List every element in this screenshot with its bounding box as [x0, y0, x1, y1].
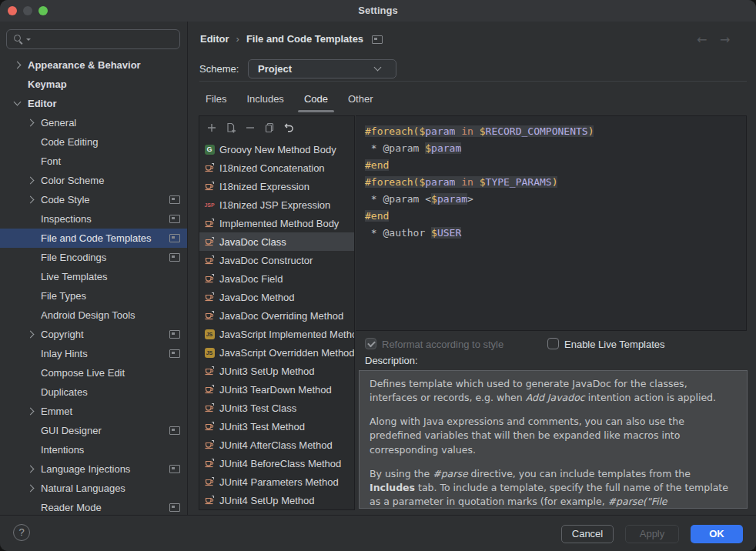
chevron-right-icon[interactable] — [25, 406, 35, 416]
template-item-javadoc-constructor[interactable]: JavaDoc Constructor — [199, 251, 354, 269]
create-child-template-button[interactable] — [221, 118, 240, 137]
forward-icon[interactable]: → — [720, 32, 730, 47]
sidebar-item-label: Emmet — [41, 406, 187, 417]
sidebar-item-font[interactable]: Font — [0, 152, 187, 171]
java-template-icon — [204, 236, 215, 247]
scheme-select[interactable]: Project — [248, 59, 396, 78]
tab-files[interactable]: Files — [196, 88, 236, 112]
sidebar-item-natural-languages[interactable]: Natural Languages — [0, 479, 187, 498]
template-item-label: JavaDoc Method — [219, 292, 295, 303]
sidebar-item-live-templates[interactable]: Live Templates — [0, 267, 187, 286]
chevron-right-icon[interactable] — [25, 483, 35, 493]
sidebar-item-label: File Types — [41, 290, 187, 302]
search-input[interactable] — [31, 33, 179, 46]
template-item-junit4-afterclass-method[interactable]: JUnit4 AfterClass Method — [199, 436, 354, 454]
sidebar-item-label: Code Editing — [41, 136, 187, 148]
template-item-javadoc-field[interactable]: JavaDoc Field — [199, 269, 354, 288]
sidebar-item-label: Inlay Hints — [41, 348, 169, 359]
back-icon[interactable]: ← — [697, 32, 707, 47]
template-item-groovy-new-method-body[interactable]: GGroovy New Method Body — [199, 140, 354, 159]
sidebar-item-compose-live-edit[interactable]: Compose Live Edit — [0, 363, 187, 382]
template-item-label: Implemented Method Body — [219, 218, 339, 229]
chevron-right-icon[interactable] — [25, 329, 35, 339]
template-item-junit4-beforeclass-method[interactable]: JUnit4 BeforeClass Method — [199, 454, 354, 473]
reset-to-default-button[interactable] — [279, 118, 298, 137]
chevron-right-icon[interactable] — [25, 118, 35, 128]
sidebar-item-general[interactable]: General — [0, 113, 187, 132]
settings-content: Editor › File and Code Templates ← → Sch… — [188, 22, 756, 516]
settings-search-field[interactable] — [6, 29, 180, 49]
sidebar-item-inspections[interactable]: Inspections — [0, 209, 187, 229]
tab-includes[interactable]: Includes — [236, 88, 293, 112]
sidebar-item-inlay-hints[interactable]: Inlay Hints — [0, 344, 187, 363]
sidebar-item-duplicates[interactable]: Duplicates — [0, 382, 187, 402]
sidebar-item-label: Copyright — [41, 329, 169, 340]
settings-sidebar: Appearance & BehaviorKeymapEditorGeneral… — [0, 22, 188, 516]
template-item-i18nized-expression[interactable]: I18nized Expression — [199, 177, 354, 195]
sidebar-item-copyright[interactable]: Copyright — [0, 325, 187, 344]
reformat-checkbox[interactable] — [365, 338, 376, 349]
per-project-settings-icon — [169, 465, 180, 473]
template-item-junit3-teardown-method[interactable]: JUnit3 TearDown Method — [199, 380, 354, 399]
ok-button[interactable]: OK — [691, 525, 743, 543]
template-item-javadoc-class[interactable]: JavaDoc Class — [199, 232, 354, 251]
sidebar-item-label: Language Injections — [41, 463, 169, 475]
template-item-implemented-method-body[interactable]: Implemented Method Body — [199, 214, 354, 232]
sidebar-item-reader-mode[interactable]: Reader Mode — [0, 498, 187, 516]
template-item-junit3-setup-method[interactable]: JUnit3 SetUp Method — [199, 362, 354, 380]
sidebar-item-file-and-code-templates[interactable]: File and Code Templates — [0, 229, 187, 248]
chevron-spacer — [25, 310, 35, 320]
sidebar-item-file-encodings[interactable]: File Encodings — [0, 248, 187, 267]
remove-button[interactable] — [240, 118, 259, 137]
tab-code[interactable]: Code — [294, 88, 338, 112]
tab-other[interactable]: Other — [338, 88, 383, 112]
sidebar-item-color-scheme[interactable]: Color Scheme — [0, 171, 187, 190]
sidebar-item-keymap[interactable]: Keymap — [0, 75, 187, 94]
sidebar-item-language-injections[interactable]: Language Injections — [0, 459, 187, 479]
chevron-right-icon[interactable] — [25, 175, 35, 185]
copy-button[interactable] — [259, 118, 279, 137]
template-item-junit3-test-class[interactable]: JUnit3 Test Class — [199, 399, 354, 417]
description-box[interactable]: Defines template which used to generate … — [359, 370, 748, 509]
sidebar-item-android-design-tools[interactable]: Android Design Tools — [0, 306, 187, 325]
sidebar-item-editor[interactable]: Editor — [0, 94, 187, 113]
chevron-spacer — [25, 445, 35, 455]
template-item-junit4-setup-method[interactable]: JUnit4 SetUp Method — [199, 491, 354, 509]
template-editor[interactable]: #foreach($param in $RECORD_COMPONENTS) *… — [356, 115, 747, 331]
chevron-right-icon[interactable] — [12, 60, 22, 70]
sidebar-item-label: Color Scheme — [41, 175, 187, 186]
enable-live-templates-checkbox[interactable] — [547, 338, 559, 349]
help-button[interactable]: ? — [13, 524, 30, 541]
chevron-down-icon[interactable] — [12, 99, 22, 109]
sidebar-item-appearance-behavior[interactable]: Appearance & Behavior — [0, 55, 187, 75]
chevron-right-icon[interactable] — [25, 195, 35, 205]
sidebar-item-code-style[interactable]: Code Style — [0, 190, 187, 209]
apply-button[interactable]: Apply — [625, 525, 679, 543]
sidebar-item-gui-designer[interactable]: GUI Designer — [0, 421, 187, 440]
template-item-junit3-test-method[interactable]: JUnit3 Test Method — [199, 417, 354, 436]
template-item-javadoc-method[interactable]: JavaDoc Method — [199, 288, 354, 306]
sidebar-item-label: Reader Mode — [41, 502, 169, 513]
sidebar-item-file-types[interactable]: File Types — [0, 286, 187, 306]
template-item-label: JUnit4 AfterClass Method — [219, 439, 333, 451]
per-project-settings-icon — [169, 195, 180, 204]
template-item-javadoc-overriding-method[interactable]: JavaDoc Overriding Method — [199, 306, 354, 325]
per-project-settings-icon — [169, 503, 180, 512]
breadcrumb-item-editor[interactable]: Editor — [200, 33, 229, 45]
java-template-icon — [204, 181, 215, 192]
template-item-i18nized-concatenation[interactable]: I18nized Concatenation — [199, 159, 354, 177]
chevron-right-icon[interactable] — [25, 464, 35, 474]
footer-bar: ? Cancel Apply OK — [0, 515, 756, 551]
sidebar-item-label: Duplicates — [41, 386, 187, 398]
titlebar[interactable]: Settings — [0, 0, 756, 22]
add-button[interactable] — [202, 118, 221, 137]
cancel-button[interactable]: Cancel — [561, 525, 614, 543]
template-item-i18nized-jsp-expression[interactable]: JSPI18nized JSP Expression — [199, 195, 354, 214]
sidebar-item-intentions[interactable]: Intentions — [0, 440, 187, 459]
template-item-label: JUnit4 SetUp Method — [219, 495, 315, 506]
breadcrumb-item-file-and-code-templates: File and Code Templates — [246, 33, 363, 45]
template-item-junit4-parameters-method[interactable]: JUnit4 Parameters Method — [199, 473, 354, 491]
sidebar-item-emmet[interactable]: Emmet — [0, 402, 187, 421]
sidebar-item-code-editing[interactable]: Code Editing — [0, 132, 187, 152]
chevron-spacer — [25, 233, 35, 243]
